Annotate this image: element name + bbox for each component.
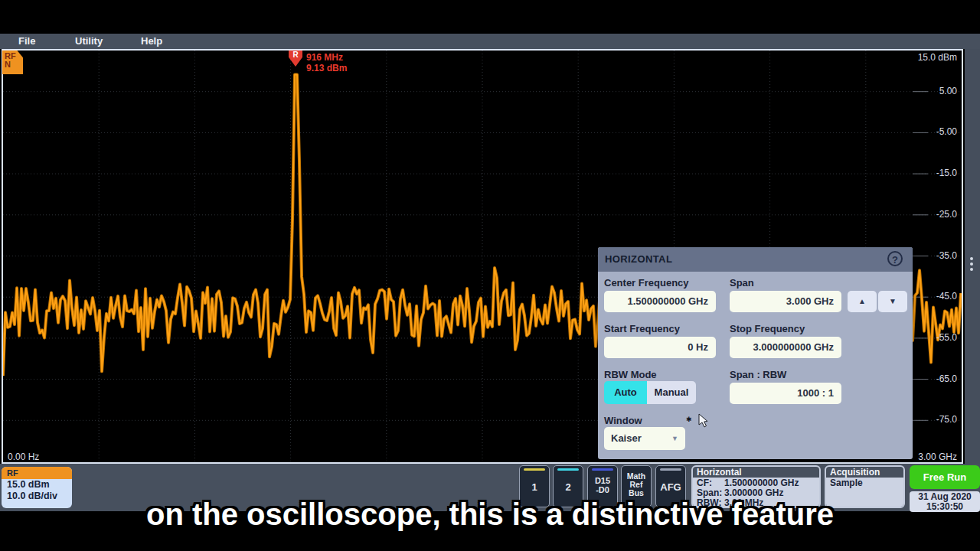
dialog-header: HORIZONTAL ? [598, 247, 913, 272]
rf-channel-badge[interactable]: RF N [2, 51, 23, 74]
more-options-icon[interactable] [970, 257, 974, 273]
menu-file[interactable]: File [18, 35, 35, 47]
center-frequency-label: Center Frequency [604, 277, 689, 289]
rbw-manual-option[interactable]: Manual [647, 381, 696, 404]
x-axis-stop-label: 3.00 GHz [918, 452, 957, 462]
horizontal-status-title: Horizontal [693, 467, 819, 478]
right-side-strip [965, 49, 980, 464]
y-axis-label: -25.0 [896, 209, 957, 220]
rbw-mode-toggle: Auto Manual [604, 381, 696, 404]
stop-frequency-input[interactable]: 3.000000000 GHz [730, 337, 841, 358]
channel-2-stripe [557, 468, 579, 471]
span-label: Span [730, 277, 754, 289]
start-frequency-label: Start Frequency [604, 323, 680, 334]
touch-mark: ✱ [686, 416, 692, 423]
menu-utility[interactable]: Utility [75, 35, 103, 47]
y-axis-label: -5.00 [896, 126, 957, 137]
bus-label: Bus [622, 489, 651, 497]
span-rbw-label: Span : RBW [730, 369, 786, 380]
rbw-mode-label: RBW Mode [604, 369, 657, 380]
span-input[interactable]: 3.000 GHz [730, 291, 841, 312]
digital-label-2: -D0 [588, 486, 617, 495]
subtitle-caption: on the oscilloscope, this is a distincti… [0, 497, 980, 532]
acquisition-mode: Sample [830, 478, 863, 488]
acquisition-title: Acquisition [826, 467, 903, 478]
free-run-button[interactable]: Free Run [910, 465, 980, 489]
span-rbw-input[interactable]: 1000 : 1 [730, 383, 841, 404]
cf-value: 1.500000000 GHz [724, 478, 799, 488]
rf-badge-title: RF [2, 467, 72, 479]
span-value: 3.000000 GHz [724, 487, 783, 498]
afg-label: AFG [656, 481, 685, 493]
stop-frequency-label: Stop Frequency [730, 323, 805, 334]
rf-badge-line2: N [5, 60, 23, 69]
y-axis-label: -15.0 [896, 168, 957, 178]
span-increase-button[interactable]: ▲ [848, 291, 877, 312]
span-decrease-button[interactable]: ▼ [878, 291, 907, 312]
start-frequency-input[interactable]: 0 Hz [604, 337, 716, 358]
window-label: Window [604, 415, 642, 426]
x-axis-start-label: 0.00 Hz [8, 452, 39, 462]
help-icon[interactable]: ? [887, 251, 903, 266]
center-frequency-input[interactable]: 1.500000000 GHz [604, 291, 716, 312]
window-dropdown[interactable]: Kaiser ▼ [604, 427, 685, 450]
channel-2-label: 2 [554, 481, 583, 493]
mouse-cursor-icon [698, 413, 710, 429]
menu-bar: File Utility Help [0, 34, 980, 49]
y-axis-label: 15.0 dBm [896, 52, 957, 63]
y-axis-label: 5.00 [896, 86, 957, 96]
marker-amplitude: 9.13 dBm [306, 63, 347, 73]
digital-stripe [592, 468, 613, 471]
dialog-title: HORIZONTAL [605, 253, 672, 265]
channel-1-label: 1 [520, 481, 549, 493]
oscilloscope-screen: { "menu": { "items": ["File", "Utility",… [0, 0, 980, 551]
horizontal-dialog: HORIZONTAL ? Center Frequency 1.50000000… [598, 247, 913, 459]
window-value: Kaiser [611, 432, 642, 444]
rf-ref-level: 15.0 dBm [2, 479, 72, 491]
digital-label-1: D15 [588, 477, 617, 486]
menu-help[interactable]: Help [141, 35, 162, 47]
marker-frequency: 916 MHz [306, 52, 343, 63]
channel-1-stripe [524, 468, 545, 471]
chevron-down-icon: ▼ [671, 427, 678, 450]
afg-stripe [660, 468, 681, 471]
rbw-auto-option[interactable]: Auto [604, 381, 647, 404]
